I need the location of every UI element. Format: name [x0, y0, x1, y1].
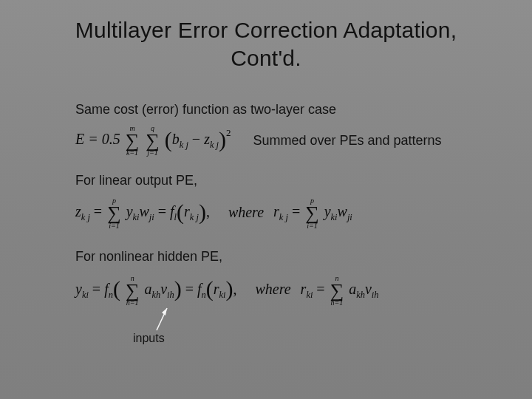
var-w: w	[140, 204, 149, 220]
sub: n	[202, 289, 206, 299]
var-y: y	[126, 204, 133, 220]
paren-open: (	[177, 200, 184, 224]
paren-close: )	[174, 276, 182, 301]
sum-symbol: m ∑ k=1	[126, 125, 140, 157]
title-line-1: Multilayer Error Correction Adaptation,	[75, 18, 457, 42]
sum-lower: i=1	[107, 222, 121, 230]
sum-lower: i=1	[305, 222, 319, 230]
inputs-label: inputs	[133, 332, 165, 344]
sub: ki	[82, 289, 89, 299]
var-b: b	[172, 131, 180, 147]
sum-lower: h=1	[330, 299, 344, 307]
paren-close: )	[225, 276, 233, 301]
var-a: a	[144, 281, 151, 297]
equals: =	[313, 281, 328, 297]
paren-close: )	[199, 200, 206, 224]
equation-cost: E = 0.5 m ∑ k=1 q ∑ j=1 (bk j − zk j)2	[75, 125, 231, 157]
paren-open: (	[206, 276, 214, 301]
equation-nonlinear-hidden: yki = fn( n ∑ h=1 akhvih) = fn(rki), whe…	[75, 275, 378, 307]
slide: Multilayer Error Correction Adaptation, …	[0, 0, 532, 399]
where-text: where	[255, 281, 294, 297]
sub: ki	[133, 212, 140, 222]
var-r: r	[273, 204, 279, 220]
equals: =	[288, 204, 304, 220]
where-text: where	[228, 204, 267, 220]
sub: ji	[347, 212, 352, 222]
text-cost-function: Same cost (error) function as two-layer …	[75, 102, 502, 117]
text-nonlinear-pe: For nonlinear hidden PE,	[75, 249, 502, 265]
equals: =	[89, 281, 104, 297]
var-a: a	[349, 281, 356, 297]
sub: kh	[151, 289, 160, 299]
svg-marker-1	[162, 308, 167, 316]
inputs-annotation: inputs	[133, 313, 502, 328]
sub: k j	[210, 140, 219, 150]
sub: n	[109, 289, 113, 299]
comma: ,	[233, 281, 236, 297]
paren-open: (	[113, 276, 120, 301]
sub: ki	[331, 212, 338, 222]
equals: =	[90, 204, 106, 220]
sum-symbol: p ∑ i=1	[107, 197, 121, 229]
text-linear-pe: For linear output PE,	[75, 173, 502, 188]
sum-symbol: q ∑ j=1	[146, 125, 160, 157]
exponent: 2	[226, 127, 231, 138]
var-w: w	[338, 204, 347, 220]
sub: ih	[372, 289, 379, 299]
sum-lower: h=1	[126, 299, 140, 307]
comma: ,	[206, 204, 210, 220]
var-y: y	[75, 281, 82, 297]
minus: −	[188, 131, 204, 147]
equation-2-row: zk j = p ∑ i=1 ykiwji = fl(rk j), where …	[75, 197, 502, 229]
sum-symbol: n ∑ h=1	[126, 275, 140, 307]
sub: ih	[167, 289, 174, 299]
sub: ji	[149, 212, 154, 222]
equals: =	[154, 204, 170, 220]
sub: k j	[190, 212, 199, 222]
var-z: z	[204, 131, 210, 147]
var-r: r	[214, 281, 219, 297]
sub: k j	[81, 212, 90, 222]
slide-body: Same cost (error) function as two-layer …	[75, 102, 502, 328]
var-v: v	[160, 281, 167, 297]
slide-title: Multilayer Error Correction Adaptation, …	[0, 16, 532, 72]
equals: =	[182, 281, 197, 297]
equation-1-row: E = 0.5 m ∑ k=1 q ∑ j=1 (bk j − zk j)2 S…	[75, 125, 502, 157]
sub: k j	[279, 212, 288, 222]
paren-close: )	[219, 127, 226, 151]
text-summed-over: Summed over PEs and patterns	[253, 133, 441, 149]
sum-symbol: p ∑ i=1	[305, 197, 319, 229]
var-z: z	[75, 204, 81, 220]
title-line-2: Cont'd.	[231, 46, 301, 70]
equation-linear-output: zk j = p ∑ i=1 ykiwji = fl(rk j), where …	[75, 197, 352, 229]
sum-lower: j=1	[146, 149, 160, 157]
var-v: v	[365, 281, 372, 297]
sum-lower: k=1	[126, 149, 140, 157]
var-y: y	[324, 204, 331, 220]
arrow-icon	[149, 304, 171, 333]
paren-open: (	[165, 127, 172, 151]
sub: kh	[356, 289, 365, 299]
equation-3-row: yki = fn( n ∑ h=1 akhvih) = fn(rki), whe…	[75, 275, 502, 307]
sub: k j	[180, 140, 188, 150]
eq1-lhs: E = 0.5	[75, 131, 120, 147]
sum-symbol: n ∑ h=1	[330, 275, 344, 307]
var-r: r	[184, 204, 190, 220]
